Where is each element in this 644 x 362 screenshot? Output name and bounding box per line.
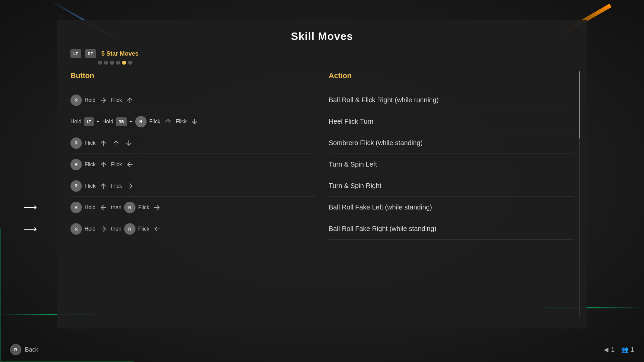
footer: B Back ◀ 1 👥 1 — [10, 344, 634, 355]
r-button-3: R — [70, 137, 82, 149]
button-combo-7: R Hold then R Flick — [70, 221, 162, 237]
flick-text-2a: Flick — [149, 119, 160, 125]
move-row-6: ⟶ R Hold then R Flick — [70, 197, 315, 218]
r-button-7: R — [70, 223, 82, 235]
arrow-up-icon-4 — [98, 160, 108, 170]
arrow-left-icon-4 — [125, 160, 135, 170]
action-column-header: Action — [329, 71, 574, 83]
action-text-7: Ball Roll Fake Right (while standing) — [329, 218, 574, 240]
button-combo-5: R Flick Flick — [70, 178, 135, 194]
flick-text-5b: Flick — [111, 183, 122, 189]
r-button-1: R — [70, 95, 82, 106]
flick-text-5a: Flick — [85, 183, 96, 189]
action-text-2: Heel Flick Turn — [329, 111, 574, 132]
move-row-2: Hold LT + Hold RB + R Flick Flick — [70, 111, 315, 132]
dot-3 — [110, 61, 114, 65]
arrow-right-icon-5 — [125, 181, 135, 191]
move-row-4: R Flick Flick — [70, 154, 315, 175]
arrow-left-icon-7 — [152, 224, 162, 234]
button-column-header: Button — [70, 71, 315, 83]
dot-6 — [128, 61, 132, 65]
dot-4 — [116, 61, 120, 65]
hold-text-2b: Hold — [102, 119, 113, 125]
move-row-7: ⟶ R Hold then R Flick — [70, 218, 315, 240]
dot-2 — [104, 61, 108, 65]
action-text-4: Turn & Spin Left — [329, 154, 574, 175]
arrow-down-icon-3 — [124, 138, 134, 148]
arrow-right-icon-7a — [98, 224, 108, 234]
flick-text-1: Flick — [111, 97, 122, 103]
back-label: Back — [25, 346, 38, 353]
page-indicator: ◀ 1 — [604, 346, 614, 353]
arrow-left-icon-6 — [98, 202, 108, 213]
r-button-2: R — [135, 116, 147, 127]
arrow-down-icon-2 — [190, 117, 200, 127]
arrow-up-icon-3b — [111, 138, 121, 148]
hold-text-1: Hold — [85, 97, 96, 103]
hold-text-7: Hold — [85, 226, 96, 232]
rt-badge: RT — [85, 49, 96, 58]
footer-left: B Back — [10, 344, 38, 355]
then-text-7: then — [111, 226, 121, 232]
flick-text-4b: Flick — [111, 162, 122, 168]
move-row-1: R Hold Flick — [70, 89, 315, 111]
hold-text-2a: Hold — [70, 119, 82, 125]
hold-text-6: Hold — [85, 204, 96, 210]
r-button-7b: R — [124, 223, 136, 235]
arrow-right-icon-6 — [152, 202, 162, 213]
page-number: 1 — [611, 346, 614, 353]
page-title: Skill Moves — [70, 30, 574, 43]
action-column: Action Ball Roll & Flick Right (while ru… — [322, 71, 574, 316]
action-text-1: Ball Roll & Flick Right (while running) — [329, 89, 574, 111]
flick-text-3: Flick — [85, 140, 96, 146]
action-text-6: Ball Roll Fake Left (while standing) — [329, 197, 574, 218]
lt-badge: LT — [70, 49, 81, 58]
row-arrow-6: ⟶ — [23, 202, 37, 213]
r-button-6b: R — [124, 202, 136, 213]
arrow-up-icon-3a — [98, 138, 108, 148]
r-button-4: R — [70, 159, 82, 170]
page-dots — [98, 61, 574, 65]
move-row-3: R Flick — [70, 132, 315, 154]
players-count: 1 — [631, 346, 634, 353]
arrow-up-icon-2 — [163, 117, 173, 127]
page-nav-left-icon: ◀ — [604, 346, 608, 353]
arrow-right-icon-1 — [98, 95, 108, 105]
button-combo-4: R Flick Flick — [70, 156, 135, 173]
button-combo-1: R Hold Flick — [70, 92, 135, 109]
button-column: Button R Hold Flick Hold — [70, 71, 322, 316]
header-row: LT RT 5 Star Moves — [70, 49, 574, 58]
button-combo-3: R Flick — [70, 135, 134, 152]
scrollbar[interactable] — [579, 71, 580, 316]
r-button-6: R — [70, 202, 82, 213]
rb-badge-2: RB — [116, 117, 127, 126]
players-indicator: 👥 1 — [621, 346, 634, 353]
action-text-3: Sombrero Flick (while standing) — [329, 132, 574, 154]
b-button: B — [10, 344, 21, 355]
flick-text-4a: Flick — [85, 162, 96, 168]
main-panel: Skill Moves LT RT 5 Star Moves Button R … — [57, 20, 587, 328]
flick-text-6: Flick — [138, 204, 149, 210]
arrow-up-icon-5 — [98, 181, 108, 191]
row-arrow-7: ⟶ — [23, 224, 37, 235]
scrollbar-thumb[interactable] — [579, 71, 580, 138]
flick-text-2b: Flick — [176, 119, 187, 125]
footer-right: ◀ 1 👥 1 — [604, 346, 634, 353]
players-icon: 👥 — [621, 346, 629, 353]
plus-2: + — [97, 119, 100, 125]
r-button-5: R — [70, 180, 82, 192]
flick-text-7: Flick — [138, 226, 149, 232]
lt-badge-2: LT — [84, 117, 94, 126]
category-title: 5 Star Moves — [101, 50, 139, 57]
dot-5-active — [122, 61, 126, 65]
content-area: Button R Hold Flick Hold — [70, 71, 574, 316]
plus-2b: + — [129, 119, 132, 125]
then-text-6: then — [111, 204, 121, 210]
dot-1 — [98, 61, 102, 65]
move-row-5: R Flick Flick — [70, 175, 315, 197]
action-text-5: Turn & Spin Right — [329, 175, 574, 197]
button-combo-2: Hold LT + Hold RB + R Flick Flick — [70, 113, 200, 130]
button-combo-6: R Hold then R Flick — [70, 199, 162, 216]
arrow-up-icon-1 — [125, 95, 135, 105]
